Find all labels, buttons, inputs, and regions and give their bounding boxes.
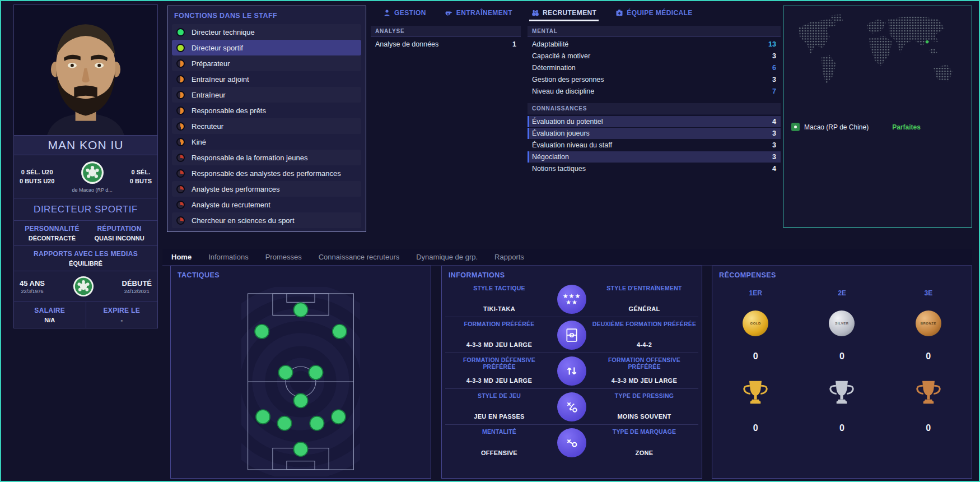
tactics-title: TACTIQUES <box>171 266 431 281</box>
staff-role-label: Entraîneur <box>192 91 226 99</box>
info-value: 4-3-3 MD JEU LARGE <box>446 377 552 384</box>
staff-functions-panel: FONCTIONS DANS LE STAFF Directeur techni… <box>167 6 366 232</box>
tab-gestion[interactable]: GESTION <box>383 9 426 20</box>
staff-role-item[interactable]: Kiné <box>172 134 361 150</box>
staff-functions-list: Directeur technique Directeur sportif Pr… <box>172 24 361 228</box>
role-competence-dot <box>176 185 185 193</box>
bronze-trophy-count: 0 <box>885 416 972 441</box>
bronze-trophy-icon <box>913 377 944 407</box>
info-row-mentalite: MENTALITÉ OFFENSIVE TYPE DE MARQUAGE ZON… <box>445 425 698 461</box>
portrait-image <box>14 6 157 135</box>
role-competence-dot <box>176 138 185 146</box>
tab-promesses[interactable]: Promesses <box>265 253 302 261</box>
tab-connaissance-recruteurs[interactable]: Connaissance recruteurs <box>319 253 400 261</box>
info-value: 4-4-2 <box>591 341 697 348</box>
attribute-row: Analyse de données 1 <box>371 39 521 50</box>
info-label: STYLE TACTIQUE <box>446 285 552 291</box>
info-label: FORMATION OFFENSIVE PRÉFÉRÉE <box>591 356 697 370</box>
attribute-row: Gestion des personnes 3 <box>528 74 781 85</box>
club-badge[interactable] <box>81 161 104 184</box>
award-rank-2: 2E <box>799 284 885 303</box>
gold-trophy-count: 0 <box>712 416 799 441</box>
staff-role-item[interactable]: Préparateur <box>172 55 361 71</box>
staff-functions-title: FONCTIONS DANS LE STAFF <box>172 10 361 24</box>
club-badge-small[interactable] <box>73 276 94 297</box>
info-value: MOINS SOUVENT <box>591 413 697 420</box>
tab-dynamique-de-grp[interactable]: Dynamique de grp. <box>416 253 478 261</box>
role-competence-dot <box>176 91 185 99</box>
profile-section-tabs: Home Informations Promesses Connaissance… <box>162 249 972 266</box>
staff-role-item[interactable]: Analyste du recrutement <box>172 197 361 212</box>
staff-role-label: Directeur technique <box>192 28 255 36</box>
info-value: 4-3-3 MD JEU LARGE <box>446 341 552 348</box>
staff-role-item[interactable]: Directeur technique <box>172 24 361 40</box>
role-competence-dot <box>176 106 185 115</box>
info-row-formation: FORMATION PRÉFÉRÉE 4-3-3 MD JEU LARGE DE… <box>445 317 698 353</box>
staff-role-item[interactable]: Recruteur <box>172 118 361 134</box>
media-relations-block: RAPPORTS AVEC LES MEDIAS ÉQUILIBRÉ <box>14 245 157 271</box>
info-value: TIKI-TAKA <box>446 305 552 312</box>
knowledge-row[interactable]: Négociation 3 <box>528 151 781 163</box>
world-knowledge-map <box>788 11 967 113</box>
info-row-def-off: FORMATION DÉFENSIVE PRÉFÉRÉE 4-3-3 MD JE… <box>445 353 698 389</box>
staff-role-label: Directeur sportif <box>192 44 243 52</box>
knowledge-row[interactable]: Évaluation joueurs 3 <box>528 128 781 139</box>
app-frame: MAN KON IU 0 SÉL. U20 0 BUTS U20 de Maca… <box>0 0 980 482</box>
silver-medal-count: 0 <box>799 344 885 369</box>
x-o-icon <box>557 428 586 457</box>
award-rank-3: 3E <box>885 284 972 303</box>
role-competence-dot <box>176 154 185 162</box>
staff-role-item[interactable]: Responsable des analystes des performanc… <box>172 165 361 181</box>
staff-role-label: Chercheur en sciences du sport <box>192 216 295 225</box>
bronze-medal-count: 0 <box>885 344 972 369</box>
knowledge-row[interactable]: Évaluation du potentiel 4 <box>528 116 781 127</box>
staff-role-label: Responsable des prêts <box>192 106 266 115</box>
role-competence-dot <box>176 169 185 178</box>
info-label: TYPE DE PRESSING <box>591 392 697 399</box>
staff-role-item[interactable]: Chercheur en sciences du sport <box>172 212 361 228</box>
staff-role-item[interactable]: Directeur sportif <box>172 40 361 55</box>
staff-role-label: Préparateur <box>192 59 230 68</box>
tab-home[interactable]: Home <box>171 253 192 261</box>
binoculars-icon <box>531 9 539 17</box>
formation-pitch <box>241 287 360 476</box>
analyse-column: ANALYSE Analyse de données 1 <box>371 26 521 175</box>
whistle-icon <box>445 9 453 17</box>
tab-entrainement[interactable]: ENTRAÎNEMENT <box>445 9 512 20</box>
awards-panel: RÉCOMPENSES 1ER 2E 3E GOLD SILVER BRONZE… <box>712 266 972 479</box>
tab-rapports[interactable]: Rapports <box>494 253 524 261</box>
map-legend: Macao (RP de Chine) Parfaites <box>788 123 967 131</box>
attribute-row: Détermination 6 <box>528 62 781 73</box>
info-label: STYLE DE JEU <box>446 392 552 399</box>
macao-flag-icon <box>791 123 800 131</box>
bronze-medal-icon: BRONZE <box>916 310 941 336</box>
info-value: OFFENSIVE <box>446 449 552 456</box>
info-value: 4-3-3 MD JEU LARGE <box>591 377 697 384</box>
staff-role: DIRECTEUR SPORTIF <box>14 198 157 220</box>
staff-role-item[interactable]: Responsable de la formation jeunes <box>172 150 361 165</box>
role-competence-dot <box>176 75 185 84</box>
info-label: TYPE DE MARQUAGE <box>591 428 697 435</box>
info-label: STYLE D'ENTRAÎNEMENT <box>591 285 697 291</box>
info-row-jeu: STYLE DE JEU JEU EN PASSES TYPE DE PRESS… <box>445 389 698 425</box>
senior-stats: 0 SÉL. 0 BUTS <box>130 168 152 186</box>
gold-medal-count: 0 <box>712 344 799 369</box>
reputation-block: RÉPUTATION QUASI INCONNU <box>86 225 153 242</box>
legend-knowledge-level: Parfaites <box>892 123 921 131</box>
knowledge-row[interactable]: Notions tactiques 4 <box>528 163 781 174</box>
silver-medal-icon: SILVER <box>829 310 855 336</box>
info-value: ZONE <box>591 449 697 456</box>
staff-role-item[interactable]: Responsable des prêts <box>172 103 361 118</box>
silver-trophy-count: 0 <box>799 416 885 441</box>
staff-role-item[interactable]: Analyste des performances <box>172 181 361 197</box>
staff-role-item[interactable]: Entraîneur adjoint <box>172 71 361 87</box>
staff-role-label: Responsable de la formation jeunes <box>192 154 307 162</box>
tab-recrutement[interactable]: RECRUTEMENT <box>531 9 596 20</box>
tab-equipe-medicale[interactable]: ÉQUIPE MÉDICALE <box>615 9 692 20</box>
info-value: JEU EN PASSES <box>446 413 552 420</box>
staff-role-item[interactable]: Entraîneur <box>172 87 361 103</box>
role-competence-dot <box>176 59 185 68</box>
tab-informations[interactable]: Informations <box>208 253 249 261</box>
knowledge-row[interactable]: Évaluation niveau du staff 3 <box>528 140 781 151</box>
informations-panel: INFORMATIONS STYLE TACTIQUE TIKI-TAKA ★★… <box>441 266 702 479</box>
